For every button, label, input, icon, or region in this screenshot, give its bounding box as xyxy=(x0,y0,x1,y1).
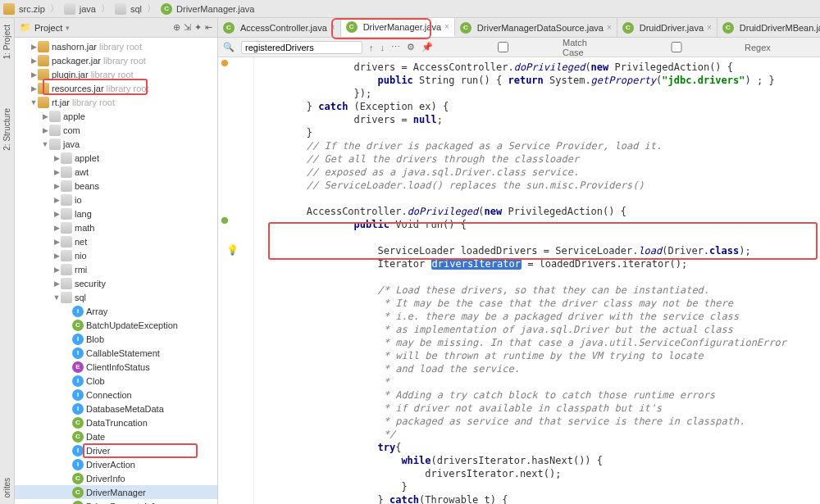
pin-icon[interactable]: 📌 xyxy=(421,41,433,54)
tree-node-driveraction[interactable]: IDriverAction xyxy=(15,457,217,471)
code-line[interactable]: } xyxy=(259,126,820,139)
tree-node-datatruncation[interactable]: CDataTruncation xyxy=(15,415,217,429)
editor-tab-drivermanager-java[interactable]: CDriverManager.java× xyxy=(341,18,455,37)
code-line[interactable]: * and load the service. xyxy=(259,362,820,375)
code-line[interactable]: * will be thrown at runtime by the VM tr… xyxy=(259,349,820,362)
tree-node-rmi[interactable]: ▶rmi xyxy=(15,262,217,276)
code-line[interactable]: // exposed as a java.sql.Driver.class se… xyxy=(259,166,820,179)
tree-node-apple[interactable]: ▶apple xyxy=(15,109,217,123)
tree-node-rt-jar[interactable]: ▼rt.jarlibrary root xyxy=(15,95,217,109)
code-line[interactable]: while(driversIterator.hasNext()) { xyxy=(259,454,820,467)
code-line[interactable]: } catch(Throwable t) { xyxy=(259,493,820,504)
intention-bulb-icon[interactable]: 💡 xyxy=(226,244,239,256)
tree-node-array[interactable]: IArray xyxy=(15,304,217,318)
tree-node-io[interactable]: ▶io xyxy=(15,193,217,207)
tree-node-driver[interactable]: IDriver xyxy=(15,443,217,457)
project-tree[interactable]: ▶nashorn.jarlibrary root▶packager.jarlib… xyxy=(15,38,217,504)
code-line[interactable]: /* Load these drivers, so that they can … xyxy=(259,284,820,297)
code-line[interactable] xyxy=(259,231,820,244)
words-checkbox[interactable]: Words xyxy=(777,42,820,52)
breadcrumb-segment[interactable]: CDriverManager.java xyxy=(161,3,254,15)
code-line[interactable]: * Adding a try catch block to catch thos… xyxy=(259,388,820,402)
find-options-icon[interactable]: ⋯ xyxy=(391,41,400,54)
tree-node-sql[interactable]: ▼sql xyxy=(15,290,217,304)
tab-close-icon[interactable]: × xyxy=(707,23,712,32)
tree-node-com[interactable]: ▶com xyxy=(15,123,217,137)
collapse-icon[interactable]: ⇲ xyxy=(184,22,191,33)
tree-node-nashorn-jar[interactable]: ▶nashorn.jarlibrary root xyxy=(15,39,217,53)
breadcrumb-segment[interactable]: sql xyxy=(115,3,142,15)
tree-node-nio[interactable]: ▶nio xyxy=(15,248,217,262)
tree-node-java[interactable]: ▼java xyxy=(15,137,217,151)
code-line[interactable]: driversIterator.next(); xyxy=(259,467,820,480)
tree-node-driverinfo[interactable]: CDriverInfo xyxy=(15,471,217,485)
code-line[interactable]: try{ xyxy=(259,441,820,454)
editor-tab-druiddriver-java[interactable]: CDruidDriver.java× xyxy=(617,18,718,37)
code-line[interactable]: * i.e. there may be a packaged driver wi… xyxy=(259,310,820,323)
search-icon[interactable]: 🔍 xyxy=(223,41,235,54)
tree-node-driverpropertyinfo[interactable]: CDriverPropertyInfo xyxy=(15,499,217,504)
tree-node-callablestatement[interactable]: ICallableStatement xyxy=(15,346,217,360)
tree-node-net[interactable]: ▶net xyxy=(15,234,217,248)
tab-close-icon[interactable]: × xyxy=(607,23,612,32)
code-line[interactable]: // If the driver is packaged as a Servic… xyxy=(259,139,820,152)
hide-icon[interactable]: ⇤ xyxy=(205,22,212,33)
tree-node-awt[interactable]: ▶awt xyxy=(15,165,217,179)
code-line[interactable]: Iterator driversIterator = loadedDrivers… xyxy=(259,257,820,270)
code-line[interactable]: * as implementation of java.sql.Driver b… xyxy=(259,323,820,336)
tab-close-icon[interactable]: × xyxy=(444,22,449,31)
next-match-icon[interactable]: ↓ xyxy=(380,41,385,54)
tree-node-math[interactable]: ▶math xyxy=(15,220,217,234)
code-line[interactable]: AccessController.doPrivileged(new Privil… xyxy=(259,205,820,218)
settings-icon[interactable]: ✦ xyxy=(194,22,202,33)
tree-node-connection[interactable]: IConnection xyxy=(15,388,217,402)
code-line[interactable]: public Void run() { xyxy=(259,218,820,231)
code-line[interactable]: drivers = AccessController.doPrivileged(… xyxy=(259,61,820,74)
editor-tab-druiddrivermbean-java[interactable]: CDruidDriverMBean.java× xyxy=(718,18,820,37)
code-line[interactable]: }); xyxy=(259,87,820,100)
breadcrumb-segment[interactable]: src.zip xyxy=(3,3,45,15)
code-line[interactable] xyxy=(259,270,820,284)
tree-node-clientinfostatus[interactable]: EClientInfoStatus xyxy=(15,360,217,374)
code-line[interactable]: // Get all the drivers through the class… xyxy=(259,152,820,166)
find-input[interactable] xyxy=(241,41,362,54)
code-line[interactable]: public String run() { return System.getP… xyxy=(259,74,820,87)
tree-node-clob[interactable]: IClob xyxy=(15,374,217,388)
code-line[interactable]: // ServiceLoader.load() replaces the sun… xyxy=(259,179,820,192)
tree-node-packager-jar[interactable]: ▶packager.jarlibrary root xyxy=(15,53,217,67)
code-line[interactable] xyxy=(259,192,820,205)
tree-node-drivermanager[interactable]: CDriverManager xyxy=(15,485,217,499)
prev-match-icon[interactable]: ↑ xyxy=(369,41,374,54)
tree-node-resources-jar[interactable]: ▶resources.jarlibrary root xyxy=(15,81,217,95)
structure-tool-tab[interactable]: 2: Structure xyxy=(2,108,11,151)
tree-node-date[interactable]: CDate xyxy=(15,429,217,443)
code-line[interactable]: * It may be the case that the driver cla… xyxy=(259,297,820,310)
code-line[interactable]: * may be missing. In that case a java.ut… xyxy=(259,336,820,349)
code-line[interactable]: } xyxy=(259,480,820,493)
tree-node-security[interactable]: ▶security xyxy=(15,276,217,290)
code-line[interactable]: * if driver not available in classpath b… xyxy=(259,402,820,415)
tree-node-batchupdateexception[interactable]: CBatchUpdateException xyxy=(15,318,217,332)
sidebar-title[interactable]: 📁Project ▾ xyxy=(20,22,70,33)
code-line[interactable]: */ xyxy=(259,428,820,441)
match-case-checkbox[interactable]: Match Case xyxy=(446,38,604,57)
tree-node-plugin-jar[interactable]: ▶plugin.jarlibrary root xyxy=(15,67,217,81)
tree-node-applet[interactable]: ▶applet xyxy=(15,151,217,165)
regex-checkbox[interactable]: Regex xyxy=(611,42,771,52)
editor-tab-accesscontroller-java[interactable]: CAccessController.java× xyxy=(218,18,341,37)
filter-icon[interactable]: ⚙ xyxy=(407,41,415,54)
code-line[interactable]: * xyxy=(259,375,820,388)
code-line[interactable]: * packaged as service and that service i… xyxy=(259,415,820,428)
tree-node-blob[interactable]: IBlob xyxy=(15,332,217,346)
tab-close-icon[interactable]: × xyxy=(330,23,335,32)
project-tool-tab[interactable]: 1: Project xyxy=(2,25,11,59)
editor-gutter[interactable]: 💡 xyxy=(218,57,254,504)
code-line[interactable]: drivers = null; xyxy=(259,113,820,126)
favorites-tool-tab[interactable]: orites xyxy=(2,478,11,497)
tree-node-beans[interactable]: ▶beans xyxy=(15,179,217,193)
scroll-to-icon[interactable]: ⊕ xyxy=(173,22,180,33)
code-editor[interactable]: drivers = AccessController.doPrivileged(… xyxy=(254,57,820,504)
editor-tab-drivermanagerdatasource-java[interactable]: CDriverManagerDataSource.java× xyxy=(455,18,617,37)
tree-node-lang[interactable]: ▶lang xyxy=(15,207,217,220)
code-line[interactable]: ServiceLoader loadedDrivers = ServiceLoa… xyxy=(259,244,820,257)
